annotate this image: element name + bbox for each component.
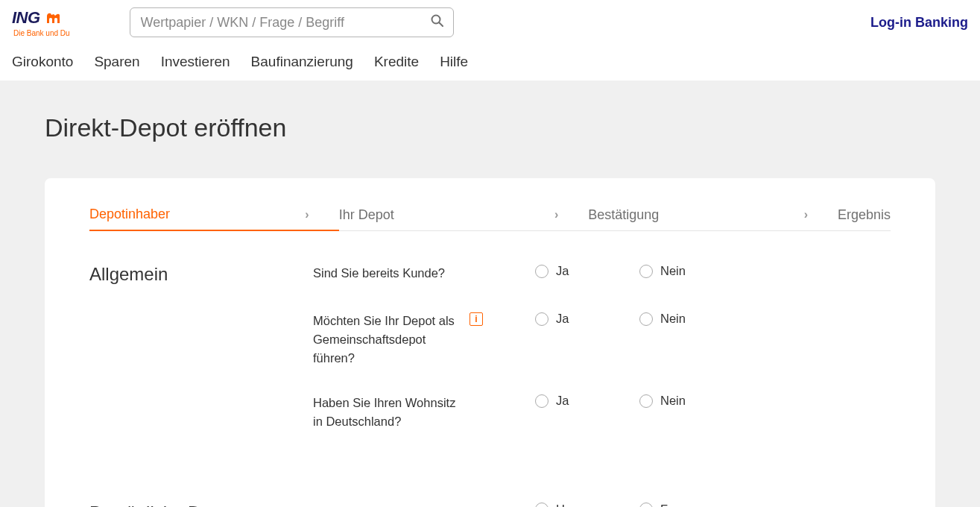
- search-icon[interactable]: [431, 14, 443, 31]
- search-box: [130, 7, 454, 37]
- field-options: Herr Frau: [490, 503, 891, 507]
- radio-salutation-herr[interactable]: Herr: [535, 503, 639, 507]
- logo-tagline: Die Bank und Du: [12, 29, 70, 37]
- lion-icon: [45, 11, 63, 25]
- step-label: Ihr Depot: [339, 207, 394, 223]
- radio-label: Ja: [556, 394, 569, 408]
- field-label: Haben Sie Ihren Wohnsitz in Deutschland?: [313, 394, 470, 431]
- nav-hilfe[interactable]: Hilfe: [440, 54, 468, 70]
- radio-icon: [535, 503, 549, 507]
- field-joint-depot: Möchten Sie Ihr Depot als Gemeinschaftsd…: [313, 312, 891, 367]
- radio-label: Nein: [660, 312, 686, 326]
- logo[interactable]: ING Die Bank und Du: [12, 8, 70, 37]
- logo-text: ING: [12, 8, 40, 28]
- field-residence-germany: Haben Sie Ihren Wohnsitz in Deutschland?…: [313, 394, 891, 431]
- radio-icon: [639, 394, 653, 408]
- radio-label: Herr: [556, 503, 580, 507]
- radio-salutation-frau[interactable]: Frau: [639, 503, 744, 507]
- nav-investieren[interactable]: Investieren: [161, 54, 230, 70]
- field-label: Anrede: [313, 503, 470, 507]
- radio-icon: [639, 265, 653, 278]
- radio-icon: [639, 312, 653, 326]
- field-existing-customer: Sind Sie bereits Kunde? Ja Nein: [313, 264, 891, 285]
- field-label: Sind Sie bereits Kunde?: [313, 264, 470, 283]
- step-label: Ergebnis: [838, 207, 891, 223]
- radio-label: Ja: [556, 264, 569, 278]
- form-card: Depotinhaber › Ihr Depot › Bestätigung ›…: [45, 178, 935, 507]
- radio-label: Nein: [660, 394, 686, 408]
- radio-existing-yes[interactable]: Ja: [535, 264, 639, 278]
- radio-label: Ja: [556, 312, 569, 326]
- radio-existing-no[interactable]: Nein: [639, 264, 744, 278]
- svg-line-1: [439, 23, 443, 27]
- step-label: Bestätigung: [588, 207, 659, 223]
- section-body: Sind Sie bereits Kunde? Ja Nein: [313, 264, 891, 458]
- chevron-right-icon: ›: [554, 208, 558, 221]
- chevron-right-icon: ›: [305, 208, 309, 221]
- radio-joint-no[interactable]: Nein: [639, 312, 744, 326]
- header: ING Die Bank und Du Log-in Banking Girok…: [0, 0, 980, 81]
- radio-label: Frau: [660, 503, 686, 507]
- step-label: Depotinhaber: [89, 207, 170, 222]
- radio-icon: [639, 503, 653, 507]
- field-options: Ja Nein: [490, 312, 891, 326]
- nav-girokonto[interactable]: Girokonto: [12, 54, 73, 70]
- radio-residence-yes[interactable]: Ja: [535, 394, 639, 408]
- search-input[interactable]: [130, 7, 454, 37]
- nav-kredite[interactable]: Kredite: [374, 54, 419, 70]
- radio-icon: [535, 312, 549, 326]
- field-options: Ja Nein: [490, 394, 891, 408]
- section-body: Anrede Herr Frau: [313, 503, 891, 507]
- radio-icon: [535, 394, 549, 408]
- nav-sparen[interactable]: Sparen: [94, 54, 139, 70]
- section-title: Persönliche Daten: [89, 503, 313, 507]
- step-ihr-depot[interactable]: Ihr Depot ›: [339, 200, 589, 230]
- section-allgemein: Allgemein Sind Sie bereits Kunde? Ja Nei…: [89, 264, 891, 458]
- radio-joint-yes[interactable]: Ja: [535, 312, 639, 326]
- nav-baufinanzierung[interactable]: Baufinanzierung: [251, 54, 353, 70]
- field-options: Ja Nein: [490, 264, 891, 278]
- section-personal: Persönliche Daten Anrede Herr Frau: [89, 503, 891, 507]
- radio-label: Nein: [660, 264, 686, 278]
- header-top: ING Die Bank und Du Log-in Banking: [12, 7, 968, 46]
- chevron-right-icon: ›: [804, 208, 808, 221]
- step-bestaetigung[interactable]: Bestätigung ›: [588, 200, 838, 230]
- field-label: Möchten Sie Ihr Depot als Gemeinschaftsd…: [313, 312, 470, 367]
- page-title: Direkt-Depot eröffnen: [45, 113, 935, 142]
- main: Direkt-Depot eröffnen Depotinhaber › Ihr…: [0, 81, 980, 507]
- field-salutation: Anrede Herr Frau: [313, 503, 891, 507]
- main-nav: Girokonto Sparen Investieren Baufinanzie…: [12, 46, 968, 81]
- steps: Depotinhaber › Ihr Depot › Bestätigung ›…: [89, 199, 891, 231]
- step-ergebnis[interactable]: Ergebnis ›: [838, 200, 891, 230]
- radio-icon: [535, 265, 549, 278]
- step-depotinhaber[interactable]: Depotinhaber ›: [89, 199, 339, 231]
- radio-residence-no[interactable]: Nein: [639, 394, 744, 408]
- info-icon[interactable]: i: [470, 312, 483, 326]
- login-link[interactable]: Log-in Banking: [870, 15, 968, 31]
- section-title: Allgemein: [89, 264, 313, 458]
